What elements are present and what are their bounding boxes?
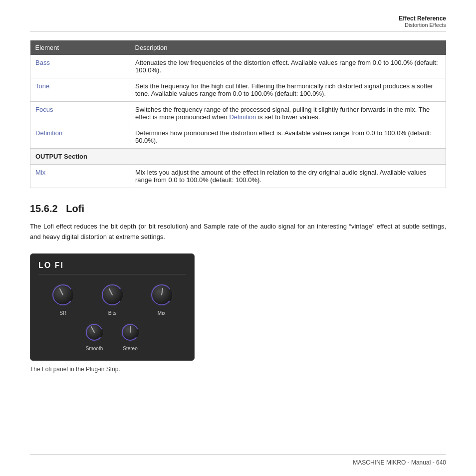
bass-link[interactable]: Bass — [35, 59, 50, 66]
table-cell-output-section: OUTPUT Section — [30, 149, 130, 165]
table-cell-description: Mix lets you adjust the amount of the ef… — [130, 165, 446, 188]
table-cell-element: Tone — [30, 78, 130, 102]
footer-text: MASCHINE MIKRO - Manual - 640 — [353, 459, 446, 466]
table-cell-element: Definition — [30, 125, 130, 149]
table-row: Definition Determines how pronounced the… — [30, 125, 446, 149]
table-cell-element: Focus — [30, 102, 130, 125]
knob-mix-container: Mix — [149, 282, 174, 316]
page-header: Effect Reference Distortion Effects — [30, 15, 446, 31]
table-cell-description: Attenuates the low frequencies of the di… — [130, 55, 446, 78]
svg-line-14 — [130, 326, 131, 332]
header-title: Effect Reference — [399, 15, 446, 22]
table-header-element: Element — [30, 40, 130, 55]
knob-bits-label: Bits — [108, 310, 117, 316]
knob-smooth[interactable] — [84, 322, 105, 343]
table-header-description: Description — [130, 40, 446, 55]
definition-inline-link[interactable]: Definition — [229, 113, 256, 121]
knob-sr-label: SR — [59, 310, 66, 316]
mix-link[interactable]: Mix — [35, 169, 45, 176]
table-row-section: OUTPUT Section — [30, 149, 446, 165]
knob-sr[interactable] — [50, 282, 75, 307]
section-body: The Lofi effect reduces the bit depth (o… — [30, 222, 446, 242]
tone-link[interactable]: Tone — [35, 82, 49, 90]
table-row: Focus Switches the frequency range of th… — [30, 102, 446, 125]
lofi-panel: LO FI — [30, 253, 195, 361]
knob-stereo-container: Stereo — [120, 322, 141, 351]
knob-stereo[interactable] — [120, 322, 141, 343]
table-cell-description: Switches the frequency range of the proc… — [130, 102, 446, 125]
table-row: Mix Mix lets you adjust the amount of th… — [30, 165, 446, 188]
section-heading: 15.6.2 Lofi — [30, 203, 446, 215]
effect-table: Element Description Bass Attenuates the … — [30, 40, 446, 188]
table-cell-description: Determines how pronounced the distortion… — [130, 125, 446, 149]
focus-link[interactable]: Focus — [35, 106, 53, 113]
header-subtitle: Distortion Effects — [399, 22, 446, 28]
knob-mix[interactable] — [149, 282, 174, 307]
definition-link[interactable]: Definition — [35, 129, 62, 137]
page-footer: MASCHINE MIKRO - Manual - 640 — [30, 455, 446, 466]
knob-smooth-container: Smooth — [84, 322, 105, 351]
knob-stereo-label: Stereo — [123, 346, 137, 351]
table-cell-description: Sets the frequency for the high cut filt… — [130, 78, 446, 102]
table-cell-empty — [130, 149, 446, 165]
knob-sr-container: SR — [50, 282, 75, 316]
table-cell-element: Bass — [30, 55, 130, 78]
knobs-row-1: SR — [38, 282, 186, 316]
knobs-row-2: Smooth — [38, 322, 186, 351]
table-cell-element: Mix — [30, 165, 130, 188]
table-row: Tone Sets the frequency for the high cut… — [30, 78, 446, 102]
knob-bits[interactable] — [100, 282, 125, 307]
table-row: Bass Attenuates the low frequencies of t… — [30, 55, 446, 78]
panel-caption: The Lofi panel in the Plug-in Strip. — [30, 366, 446, 373]
knob-mix-label: Mix — [158, 310, 166, 316]
knob-bits-container: Bits — [100, 282, 125, 316]
lofi-title: LO FI — [38, 261, 186, 274]
knob-smooth-label: Smooth — [86, 346, 103, 351]
